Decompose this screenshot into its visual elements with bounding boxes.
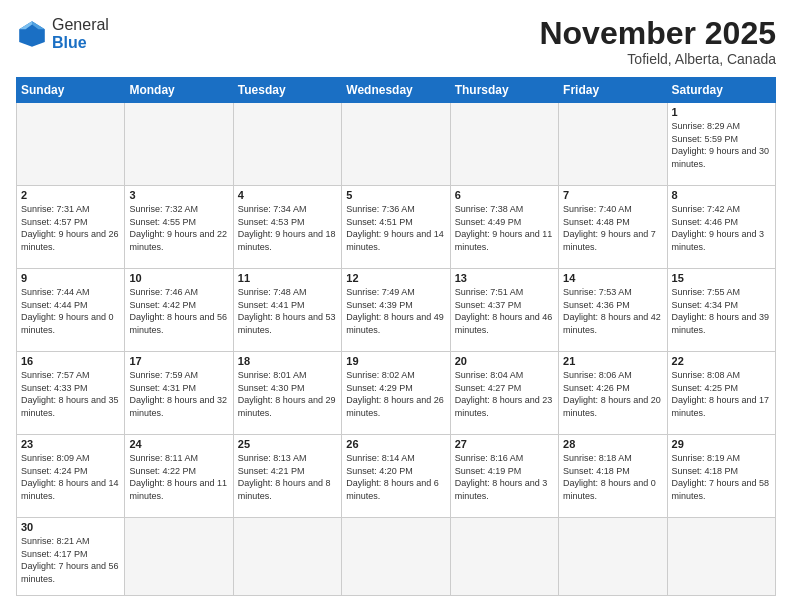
day-number: 15: [672, 272, 771, 284]
col-sunday: Sunday: [17, 78, 125, 103]
day-info: Sunrise: 8:04 AM Sunset: 4:27 PM Dayligh…: [455, 369, 554, 419]
day-info: Sunrise: 8:19 AM Sunset: 4:18 PM Dayligh…: [672, 452, 771, 502]
day-number: 2: [21, 189, 120, 201]
day-number: 25: [238, 438, 337, 450]
table-row: 5Sunrise: 7:36 AM Sunset: 4:51 PM Daylig…: [342, 186, 450, 269]
svg-marker-0: [19, 21, 45, 47]
logo-blue: Blue: [52, 34, 109, 52]
day-number: 21: [563, 355, 662, 367]
day-number: 18: [238, 355, 337, 367]
table-row: 24Sunrise: 8:11 AM Sunset: 4:22 PM Dayli…: [125, 435, 233, 518]
calendar-table: Sunday Monday Tuesday Wednesday Thursday…: [16, 77, 776, 596]
day-number: 23: [21, 438, 120, 450]
col-friday: Friday: [559, 78, 667, 103]
table-row: 7Sunrise: 7:40 AM Sunset: 4:48 PM Daylig…: [559, 186, 667, 269]
table-row: 28Sunrise: 8:18 AM Sunset: 4:18 PM Dayli…: [559, 435, 667, 518]
day-info: Sunrise: 8:18 AM Sunset: 4:18 PM Dayligh…: [563, 452, 662, 502]
day-info: Sunrise: 7:55 AM Sunset: 4:34 PM Dayligh…: [672, 286, 771, 336]
day-info: Sunrise: 7:49 AM Sunset: 4:39 PM Dayligh…: [346, 286, 445, 336]
month-title: November 2025: [539, 16, 776, 51]
col-monday: Monday: [125, 78, 233, 103]
day-number: 8: [672, 189, 771, 201]
table-row: 1Sunrise: 8:29 AM Sunset: 5:59 PM Daylig…: [667, 103, 775, 186]
table-row: 6Sunrise: 7:38 AM Sunset: 4:49 PM Daylig…: [450, 186, 558, 269]
table-row: 13Sunrise: 7:51 AM Sunset: 4:37 PM Dayli…: [450, 269, 558, 352]
col-wednesday: Wednesday: [342, 78, 450, 103]
table-row: 20Sunrise: 8:04 AM Sunset: 4:27 PM Dayli…: [450, 352, 558, 435]
table-row: [450, 518, 558, 596]
day-info: Sunrise: 8:29 AM Sunset: 5:59 PM Dayligh…: [672, 120, 771, 170]
table-row: [125, 518, 233, 596]
table-row: 19Sunrise: 8:02 AM Sunset: 4:29 PM Dayli…: [342, 352, 450, 435]
day-number: 7: [563, 189, 662, 201]
table-row: [450, 103, 558, 186]
day-number: 6: [455, 189, 554, 201]
day-number: 28: [563, 438, 662, 450]
day-number: 13: [455, 272, 554, 284]
table-row: [559, 103, 667, 186]
table-row: [233, 103, 341, 186]
table-row: 26Sunrise: 8:14 AM Sunset: 4:20 PM Dayli…: [342, 435, 450, 518]
day-info: Sunrise: 8:08 AM Sunset: 4:25 PM Dayligh…: [672, 369, 771, 419]
day-number: 19: [346, 355, 445, 367]
day-number: 11: [238, 272, 337, 284]
day-info: Sunrise: 7:42 AM Sunset: 4:46 PM Dayligh…: [672, 203, 771, 253]
day-info: Sunrise: 8:02 AM Sunset: 4:29 PM Dayligh…: [346, 369, 445, 419]
table-row: [559, 518, 667, 596]
table-row: 3Sunrise: 7:32 AM Sunset: 4:55 PM Daylig…: [125, 186, 233, 269]
day-number: 16: [21, 355, 120, 367]
table-row: [17, 103, 125, 186]
logo-general: General: [52, 16, 109, 34]
table-row: 17Sunrise: 7:59 AM Sunset: 4:31 PM Dayli…: [125, 352, 233, 435]
day-info: Sunrise: 7:32 AM Sunset: 4:55 PM Dayligh…: [129, 203, 228, 253]
table-row: 16Sunrise: 7:57 AM Sunset: 4:33 PM Dayli…: [17, 352, 125, 435]
day-info: Sunrise: 7:59 AM Sunset: 4:31 PM Dayligh…: [129, 369, 228, 419]
col-thursday: Thursday: [450, 78, 558, 103]
table-row: 8Sunrise: 7:42 AM Sunset: 4:46 PM Daylig…: [667, 186, 775, 269]
title-block: November 2025 Tofield, Alberta, Canada: [539, 16, 776, 67]
table-row: 30Sunrise: 8:21 AM Sunset: 4:17 PM Dayli…: [17, 518, 125, 596]
day-number: 30: [21, 521, 120, 533]
table-row: 21Sunrise: 8:06 AM Sunset: 4:26 PM Dayli…: [559, 352, 667, 435]
day-number: 22: [672, 355, 771, 367]
day-number: 4: [238, 189, 337, 201]
day-number: 26: [346, 438, 445, 450]
logo-icon: [16, 18, 48, 50]
location: Tofield, Alberta, Canada: [539, 51, 776, 67]
day-number: 1: [672, 106, 771, 118]
day-info: Sunrise: 7:44 AM Sunset: 4:44 PM Dayligh…: [21, 286, 120, 336]
day-number: 9: [21, 272, 120, 284]
day-info: Sunrise: 7:53 AM Sunset: 4:36 PM Dayligh…: [563, 286, 662, 336]
day-info: Sunrise: 7:34 AM Sunset: 4:53 PM Dayligh…: [238, 203, 337, 253]
header: General Blue November 2025 Tofield, Albe…: [16, 16, 776, 67]
day-info: Sunrise: 7:48 AM Sunset: 4:41 PM Dayligh…: [238, 286, 337, 336]
page: General Blue November 2025 Tofield, Albe…: [0, 0, 792, 612]
day-info: Sunrise: 8:06 AM Sunset: 4:26 PM Dayligh…: [563, 369, 662, 419]
logo: General Blue: [16, 16, 109, 51]
table-row: 25Sunrise: 8:13 AM Sunset: 4:21 PM Dayli…: [233, 435, 341, 518]
day-info: Sunrise: 7:36 AM Sunset: 4:51 PM Dayligh…: [346, 203, 445, 253]
table-row: 29Sunrise: 8:19 AM Sunset: 4:18 PM Dayli…: [667, 435, 775, 518]
day-number: 5: [346, 189, 445, 201]
calendar-header-row: Sunday Monday Tuesday Wednesday Thursday…: [17, 78, 776, 103]
day-number: 24: [129, 438, 228, 450]
logo-text: General Blue: [52, 16, 109, 51]
table-row: 12Sunrise: 7:49 AM Sunset: 4:39 PM Dayli…: [342, 269, 450, 352]
day-info: Sunrise: 7:46 AM Sunset: 4:42 PM Dayligh…: [129, 286, 228, 336]
table-row: 18Sunrise: 8:01 AM Sunset: 4:30 PM Dayli…: [233, 352, 341, 435]
day-info: Sunrise: 7:31 AM Sunset: 4:57 PM Dayligh…: [21, 203, 120, 253]
day-number: 29: [672, 438, 771, 450]
day-number: 27: [455, 438, 554, 450]
table-row: 10Sunrise: 7:46 AM Sunset: 4:42 PM Dayli…: [125, 269, 233, 352]
day-number: 14: [563, 272, 662, 284]
table-row: 11Sunrise: 7:48 AM Sunset: 4:41 PM Dayli…: [233, 269, 341, 352]
table-row: 9Sunrise: 7:44 AM Sunset: 4:44 PM Daylig…: [17, 269, 125, 352]
day-info: Sunrise: 8:13 AM Sunset: 4:21 PM Dayligh…: [238, 452, 337, 502]
day-info: Sunrise: 7:38 AM Sunset: 4:49 PM Dayligh…: [455, 203, 554, 253]
day-number: 17: [129, 355, 228, 367]
day-info: Sunrise: 8:11 AM Sunset: 4:22 PM Dayligh…: [129, 452, 228, 502]
table-row: 14Sunrise: 7:53 AM Sunset: 4:36 PM Dayli…: [559, 269, 667, 352]
table-row: [342, 103, 450, 186]
day-number: 12: [346, 272, 445, 284]
day-number: 20: [455, 355, 554, 367]
